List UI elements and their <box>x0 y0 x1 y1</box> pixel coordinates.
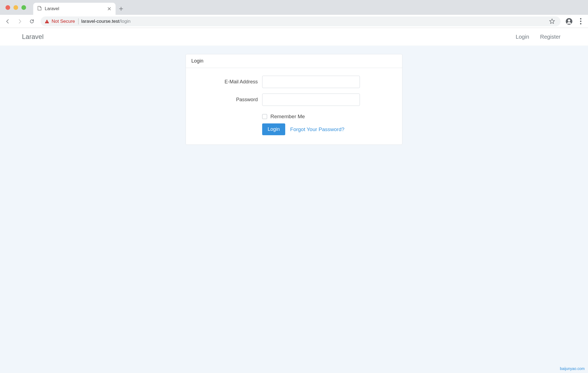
email-label: E-Mail Address <box>192 79 262 85</box>
remember-row: Remember Me <box>262 114 396 120</box>
url-host: laravel-course.test <box>81 19 119 24</box>
card-title: Login <box>186 54 402 68</box>
browser-tab[interactable]: Laravel <box>33 3 116 15</box>
remember-checkbox[interactable] <box>262 114 267 119</box>
browser-toolbar: Not Secure laravel-course.test/login <box>0 15 588 28</box>
user-icon <box>565 18 573 25</box>
security-indicator[interactable]: Not Secure <box>44 18 79 24</box>
back-button[interactable] <box>3 16 13 26</box>
star-icon <box>549 18 555 24</box>
password-row: Password <box>192 94 396 106</box>
window-close-button[interactable] <box>5 5 10 10</box>
window-maximize-button[interactable] <box>21 5 26 10</box>
password-label: Password <box>192 97 262 103</box>
svg-point-3 <box>568 19 570 22</box>
login-card: Login E-Mail Address Password Remember M… <box>186 54 402 145</box>
tab-title: Laravel <box>45 6 104 11</box>
login-button[interactable]: Login <box>262 123 285 135</box>
password-input[interactable] <box>262 94 360 106</box>
security-label: Not Secure <box>52 19 75 24</box>
browser-tab-strip: Laravel <box>0 0 588 15</box>
warning-icon <box>44 19 49 24</box>
browser-menu-button[interactable] <box>576 17 585 26</box>
svg-rect-1 <box>47 22 47 23</box>
watermark: baijunyao.com <box>560 366 585 371</box>
forgot-password-link[interactable]: Forgot Your Password? <box>290 126 345 132</box>
profile-button[interactable] <box>564 17 574 26</box>
app-navbar: Laravel Login Register <box>0 28 588 46</box>
email-row: E-Mail Address <box>192 76 396 88</box>
address-bar[interactable]: Not Secure laravel-course.test/login <box>41 16 561 26</box>
url-path: /login <box>119 19 131 24</box>
url-text: laravel-course.test/login <box>81 19 131 24</box>
reload-button[interactable] <box>27 16 37 26</box>
page-content: Login E-Mail Address Password Remember M… <box>0 46 588 373</box>
tab-favicon-icon <box>37 6 42 12</box>
window-controls <box>4 5 33 15</box>
nav-login-link[interactable]: Login <box>510 34 535 40</box>
svg-rect-0 <box>47 21 47 22</box>
more-vertical-icon <box>580 18 581 24</box>
actions-row: Login Forgot Your Password? <box>262 123 396 135</box>
nav-register-link[interactable]: Register <box>535 34 566 40</box>
email-input[interactable] <box>262 76 360 88</box>
forward-button[interactable] <box>15 16 25 26</box>
app-brand[interactable]: Laravel <box>22 33 44 41</box>
remember-label: Remember Me <box>270 114 305 120</box>
tab-close-button[interactable] <box>107 6 112 11</box>
window-minimize-button[interactable] <box>13 5 18 10</box>
bookmark-button[interactable] <box>547 17 557 26</box>
new-tab-button[interactable] <box>116 3 127 14</box>
login-form: E-Mail Address Password Remember Me Logi… <box>186 68 402 145</box>
